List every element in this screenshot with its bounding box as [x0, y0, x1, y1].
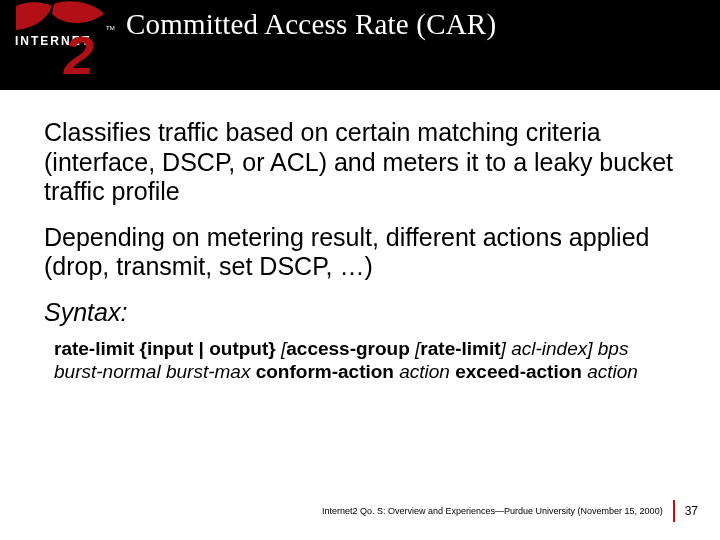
footer-text: Internet2 Qo. S: Overview and Experience… — [322, 506, 673, 516]
page-number: 37 — [685, 504, 698, 518]
paragraph-2: Depending on metering result, different … — [44, 223, 676, 282]
footer: Internet2 Qo. S: Overview and Experience… — [322, 500, 698, 522]
slide-title: Committed Access Rate (CAR) — [126, 8, 700, 41]
code-bracket: ] — [587, 338, 598, 359]
code-kw-exceed: exceed-action — [450, 361, 587, 382]
slide-body: Classifies traffic based on certain matc… — [0, 90, 720, 384]
logo-tm: TM — [106, 25, 115, 31]
slide: INTERNET 2 TM Committed Access Rate (CAR… — [0, 0, 720, 540]
code-arg-action1: action — [399, 361, 450, 382]
code-kw-accessgroup: access-group — [286, 338, 415, 359]
code-kw-ratelimit-inner: rate-limit — [420, 338, 500, 359]
footer-divider — [673, 500, 675, 522]
syntax-code: rate-limit {input | output} [access-grou… — [44, 337, 676, 385]
logo-text-2: 2 — [63, 25, 94, 80]
title-bar: INTERNET 2 TM Committed Access Rate (CAR… — [0, 0, 720, 90]
internet2-logo: INTERNET 2 TM — [8, 0, 120, 80]
code-kw-ratelimit: rate-limit {input | output} — [54, 338, 281, 359]
code-arg-action2: action — [587, 361, 638, 382]
code-arg-aclindex: acl-index — [506, 338, 587, 359]
paragraph-1: Classifies traffic based on certain matc… — [44, 118, 676, 207]
syntax-label: Syntax: — [44, 298, 676, 327]
code-kw-conform: conform-action — [250, 361, 399, 382]
